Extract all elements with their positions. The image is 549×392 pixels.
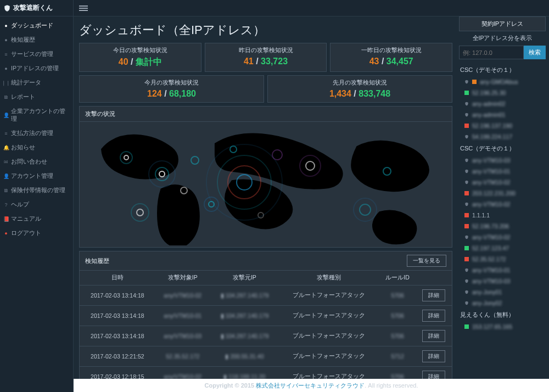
ip-label: 203.122.231.200	[472, 190, 516, 197]
ip-label: any-GMOAbus	[480, 79, 518, 85]
ip-item[interactable]: 52.196.25.30	[459, 87, 546, 98]
sidebar-item-10[interactable]: 👤アカウント管理	[0, 169, 73, 183]
nav-icon: ●	[4, 232, 8, 235]
ip-label: any-VTM10-02	[472, 179, 510, 186]
ip-group[interactable]: CSC（デモその１）	[459, 142, 546, 155]
view-all-button[interactable]: 一覧を見る	[407, 255, 446, 267]
nav-label: 企業アカウントの管理	[11, 108, 69, 123]
shield-icon	[464, 79, 469, 85]
status-dot	[464, 246, 469, 250]
status-dot	[464, 257, 469, 261]
sidebar-item-0[interactable]: ●ダッシュボード	[0, 19, 73, 33]
ip-item[interactable]: any-Jony02	[459, 298, 546, 309]
status-dot	[464, 124, 469, 128]
shield-icon	[464, 169, 469, 174]
sidebar-item-8[interactable]: 🔔お知らせ	[0, 141, 73, 155]
shield-icon	[464, 158, 469, 163]
ip-item[interactable]: 52.196.137.190	[459, 120, 546, 131]
sidebar-item-7[interactable]: ≡支払方法の管理	[0, 126, 73, 141]
ip-item[interactable]: any-VTM10-01	[459, 265, 546, 276]
ip-item[interactable]: any-VTM10-03	[459, 155, 546, 166]
table-row: 2017-02-03 13:14:18any/VTM10-02▮ 104.287…	[80, 285, 452, 306]
nav-icon: 👤	[4, 114, 8, 117]
sidebar-item-5[interactable]: 🗎レポート	[0, 90, 73, 104]
ip-item[interactable]: 203.122.231.200	[459, 188, 546, 199]
footer-link[interactable]: 株式会社サイバーセキュリティクラウド	[256, 382, 365, 389]
nav-icon: ●	[4, 24, 8, 27]
sidebar-item-2[interactable]: ≡サービスの管理	[0, 47, 73, 61]
ip-item[interactable]: 52.196.73.206	[459, 221, 546, 232]
nav-label: アカウント管理	[11, 172, 53, 180]
detail-button[interactable]: 詳細	[422, 330, 445, 342]
nav-label: お知らせ	[11, 144, 35, 152]
sidebar-item-4[interactable]: ❘❘統計データ	[0, 76, 73, 90]
ip-item[interactable]: any-VTM10-01	[459, 166, 546, 177]
ip-item[interactable]: 52.197.123.47	[459, 243, 546, 254]
nav-icon: 👤	[4, 175, 8, 178]
detail-button[interactable]: 詳細	[422, 371, 445, 379]
right-all-label[interactable]: 全IPアドレス分を表示	[459, 35, 546, 42]
sidebar-item-14[interactable]: ●ログアウト	[0, 226, 73, 240]
sidebar-item-11[interactable]: 🗎保険付帯情報の管理	[0, 183, 73, 198]
ip-search-button[interactable]: 検索	[524, 46, 546, 59]
nav-label: お問い合わせ	[11, 158, 47, 166]
ip-group[interactable]: 見えるくん（無料）	[459, 309, 546, 321]
nav-icon: ≡	[4, 53, 8, 56]
shield-icon	[464, 234, 469, 240]
detail-button[interactable]: 詳細	[422, 289, 445, 301]
detail-button[interactable]: 詳細	[422, 350, 445, 362]
ip-item[interactable]: any-admin01	[459, 109, 546, 120]
topbar	[74, 0, 549, 16]
ip-group[interactable]: CSC（デモその１）	[459, 64, 546, 76]
shield-icon	[464, 134, 469, 139]
ip-item[interactable]: 52.35.52.172	[459, 254, 546, 265]
detail-button[interactable]: 詳細	[422, 310, 445, 322]
ip-label: any-Jony01	[472, 289, 502, 295]
status-dot	[472, 80, 477, 84]
ip-item[interactable]: any-GMOAbus	[459, 76, 546, 87]
ip-item[interactable]: any-VTM10-03	[459, 276, 546, 287]
nav-icon: ●	[4, 67, 8, 70]
ip-item[interactable]: any-VTM10-02	[459, 177, 546, 188]
sidebar-item-12[interactable]: ?ヘルプ	[0, 198, 73, 212]
attack-map-panel: 攻撃の状況	[79, 106, 452, 248]
status-dot	[464, 213, 469, 217]
ip-item[interactable]: any-admin02	[459, 98, 546, 109]
stat-card: 先月の攻撃検知状況1,434 / 833,748	[267, 75, 452, 103]
ip-item[interactable]: 153.127.65.165	[459, 321, 546, 332]
status-dot	[464, 324, 469, 329]
ip-item[interactable]: any-VTM10-02	[459, 199, 546, 210]
nav-icon: ❘❘	[4, 81, 8, 85]
menu-toggle-icon[interactable]	[79, 4, 88, 12]
ip-item[interactable]: 1.1.1.1	[459, 210, 546, 221]
nav-label: サービスの管理	[11, 51, 53, 58]
sidebar-item-3[interactable]: ●IPアドレスの管理	[0, 61, 73, 76]
sidebar-item-9[interactable]: ✉お問い合わせ	[0, 155, 73, 169]
ip-label: any-admin01	[472, 111, 506, 118]
shield-icon	[3, 4, 11, 12]
ip-item[interactable]: 54.199.224.117	[459, 131, 546, 142]
table-row: 2017-02-03 12:21:5252.35.52.172▮ 200.55.…	[80, 346, 452, 367]
sidebar-item-6[interactable]: 👤企業アカウントの管理	[0, 104, 73, 126]
ip-label: 52.196.137.190	[472, 122, 512, 129]
ip-label: any-VTM10-02	[472, 234, 510, 240]
page-title: ダッシュボード（全IPアドレス）	[79, 16, 452, 43]
ip-label: 1.1.1.1	[472, 212, 490, 219]
sidebar-item-1[interactable]: ●検知履歴	[0, 33, 73, 47]
nav-icon: ●	[4, 38, 8, 42]
shield-icon	[464, 112, 469, 117]
sidebar-item-13[interactable]: 📕マニュアル	[0, 212, 73, 226]
nav-label: レポート	[11, 93, 35, 101]
ip-item[interactable]: any-Jony01	[459, 287, 546, 298]
ip-label: any-VTM10-01	[472, 267, 510, 273]
status-dot	[464, 91, 469, 95]
ip-label: any-VTM10-01	[472, 168, 510, 175]
nav-icon: 🔔	[4, 146, 8, 149]
stat-label: 昨日の攻撃検知状況	[208, 47, 324, 54]
status-dot	[464, 191, 469, 195]
app-logo: 攻撃遮断くん	[0, 0, 73, 16]
ip-search-input[interactable]	[459, 46, 524, 59]
shield-icon	[464, 101, 469, 107]
ip-item[interactable]: any-VTM10-02	[459, 232, 546, 243]
shield-icon	[464, 180, 469, 185]
